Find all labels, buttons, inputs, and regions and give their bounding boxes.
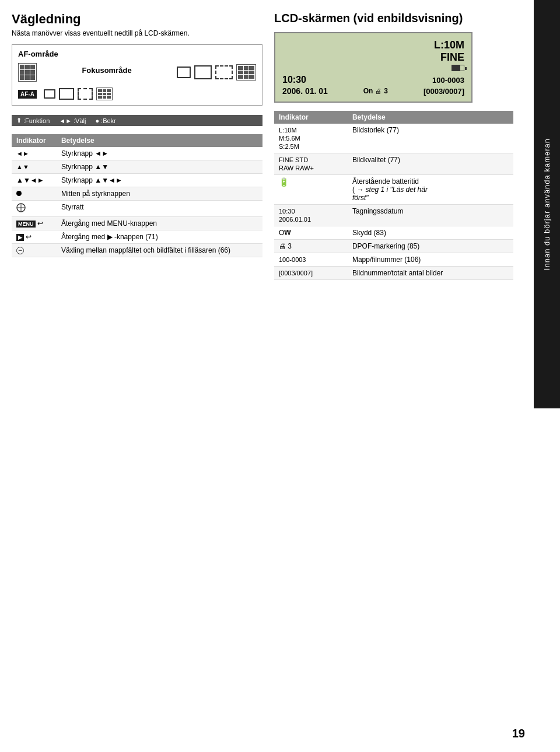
table-row: FINE STDRAW RAW+Bildkvalitet (77) [274,153,513,175]
indikator-table-right: Indikator Betydelse L:10MM:5.6MS:2.5MBil… [274,111,513,280]
lcd-fine: FINE [434,51,464,64]
meaning-cell: Styrknapp ▲▼ [57,160,262,174]
page-container: Innan du börjar använda kameran Vägledni… [0,0,560,752]
table-row: 10:302006.01.01Tagningssdatum [274,205,513,226]
lcd-on-text: On [363,87,373,95]
lcd-title: LCD-skärmen (vid enbildsvisning) [274,12,513,25]
bracket-small [177,67,191,78]
table-row: ▲▼Styrknapp ▲▼ [12,160,262,174]
bracket-icons [177,64,256,81]
lcd-date: 2006. 01. 01 [282,86,328,96]
indicator-cell: O₩ [274,226,348,240]
col-indikator-right: Indikator [274,111,348,124]
lcd-mid-row: 10:30 100-0003 [282,75,464,85]
meaning-cell: Återgång med MENU-knappen [57,217,262,230]
nav-bekr-label: :Bekr [101,117,116,124]
lcd-battery-icon [452,65,464,71]
lcd-top-row: L:10M FINE [282,39,464,71]
meaning-cell: Tagningssdatum [348,205,513,226]
page-title: Vägledning [12,12,262,27]
indicator-cell [12,187,57,201]
indicator-cell: 100-0003 [274,253,348,267]
indicator-cell: FINE STDRAW RAW+ [274,153,348,175]
indicator-cell: ▶ ↩ [12,230,57,244]
indicator-cell: [0003/0007] [274,267,348,280]
table-row: O₩Skydd (83) [274,226,513,240]
af-row2: AF-A [18,88,256,100]
grid-icon-large [236,64,256,81]
meaning-cell: Återgång med ▶ -knappen (71) [57,230,262,244]
bracket-icons-row2 [44,88,113,100]
nav-bar: ⬆ :Funktion ◄► :Välj ● :Bekr [12,115,262,126]
bracket-medium-2 [59,88,74,100]
nav-item-bekr: ● :Bekr [95,117,116,124]
meaning-cell: Bildkvalitet (77) [348,153,513,175]
bracket-medium [194,65,212,79]
lcd-section: LCD-skärmen (vid enbildsvisning) L:10M F… [274,12,513,280]
grid-icon-full [18,63,37,82]
indikator-table-left: Indikator Betydelse ◄►Styrknapp ◄►▲▼Styr… [12,134,262,257]
lcd-frame-count: [0003/0007] [424,87,464,96]
afa-badge: AF-A [18,90,37,99]
indicator-cell: ▲▼◄► [12,174,57,187]
sidebar-text: Innan du börjar använda kameran [542,138,551,270]
nav-valj-label: :Välj [74,117,86,124]
col-betydelse-left: Betydelse [57,134,262,147]
meaning-cell: Styrknapp ▲▼◄► [57,174,262,187]
indicator-cell [12,201,57,217]
indicator-cell: ▲▼ [12,160,57,174]
table-row: 🔋Återstående batteritid ( → steg 1 i "Lä… [274,175,513,205]
indicator-cell: 10:302006.01.01 [274,205,348,226]
nav-valj-arrow: ◄► [59,117,72,124]
meaning-cell: Återstående batteritid ( → steg 1 i "Läs… [348,175,513,205]
lcd-battery-fill [452,65,460,71]
lcd-printer-icon: 🖨 [375,88,382,95]
bracket-dashed [215,65,233,79]
subtitle: Nästa manövver visas eventuellt nedtill … [12,29,262,37]
right-sidebar: Innan du börjar använda kameran [534,0,560,408]
table-row: L:10MM:5.6MS:2.5MBildstorlek (77) [274,124,513,153]
indicator-cell: ◄► [12,147,57,160]
vagledning-section: Vägledning Nästa manövver visas eventuel… [12,12,262,280]
lcd-screen: L:10M FINE 10:30 100-0003 2006. 01. [274,32,473,103]
lcd-l10m: L:10M [434,39,464,51]
indicator-cell: 🔋 [274,175,348,205]
nav-bekr-circle: ● [95,117,99,124]
meaning-cell: Växling mellan mappfältet och bildfältet… [57,244,262,257]
meaning-cell: Styrratt [57,201,262,217]
table-row: ▶ ↩Återgång med ▶ -knappen (71) [12,230,262,244]
nav-item-funktion: ⬆ :Funktion [16,117,50,124]
table-row: ◄►Styrknapp ◄► [12,147,262,160]
indicator-cell: L:10MM:5.6MS:2.5M [274,124,348,153]
meaning-cell: Mitten på styrknappen [57,187,262,201]
table-row: [0003/0007]Bildnummer/totalt antal bilde… [274,267,513,280]
focus-icons-row: Fokusområde [18,63,256,82]
bracket-small-2 [44,89,55,99]
nav-funktion-arrow: ⬆ [16,117,22,124]
lcd-time: 10:30 [282,75,306,85]
lcd-filenum: 100-0003 [432,76,464,85]
nav-funktion-label: :Funktion [23,117,50,124]
table-row: MENU ↩Återgång med MENU-knappen [12,217,262,230]
indicator-cell: − [12,244,57,257]
meaning-cell: DPOF-markering (85) [348,240,513,253]
table-row: −Växling mellan mappfältet och bildfälte… [12,244,262,257]
lcd-bottom-row: 2006. 01. 01 On 🖨 3 [0003/0007] [282,86,464,96]
lcd-print-num: 3 [384,87,388,95]
af-title: AF-område [18,50,256,58]
meaning-cell: Skydd (83) [348,226,513,240]
lcd-icons-row: On 🖨 3 [363,87,388,95]
nav-item-valj: ◄► :Välj [59,117,86,124]
indicator-cell: 🖨 3 [274,240,348,253]
page-number: 19 [512,727,525,740]
col-indikator-left: Indikator [12,134,57,147]
table-row: 100-0003Mapp/filnummer (106) [274,253,513,267]
meaning-cell: Bildnummer/totalt antal bilder [348,267,513,280]
table-row: 🖨 3DPOF-markering (85) [274,240,513,253]
grid-icon-lg-2 [96,88,113,100]
af-box: AF-område Fokusområde [12,44,262,106]
table-row: Styrratt [12,201,262,217]
meaning-cell: Styrknapp ◄► [57,147,262,160]
fokus-title: Fokusområde [43,66,171,75]
indicator-cell: MENU ↩ [12,217,57,230]
